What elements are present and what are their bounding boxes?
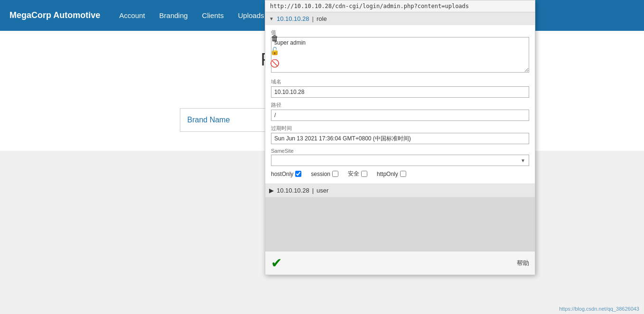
user-separator: | xyxy=(312,187,314,194)
path-field-group: 路径 xyxy=(271,102,529,121)
nav-uploads[interactable]: Uploads xyxy=(238,9,264,22)
popup-bottom-bar: ✔ 帮助 xyxy=(265,251,535,275)
url-bar: http://10.10.10.28/cdn-cgi/login/admin.p… xyxy=(265,0,535,12)
nav-links: Account Branding Clients Uploads xyxy=(119,9,264,22)
role-cookie-header[interactable]: ▼ 10.10.10.28 | role xyxy=(265,12,535,25)
secure-checkbox[interactable] xyxy=(361,171,367,177)
nav-branding[interactable]: Branding xyxy=(159,9,188,22)
secure-item: 安全 xyxy=(348,170,367,178)
role-cookie-row: ▼ 10.10.10.28 | role 值 super admin 域名 xyxy=(265,12,535,184)
user-triangle-icon: ▶ xyxy=(269,187,274,194)
expires-field-group: 过期时间 xyxy=(271,125,529,144)
session-label: session xyxy=(311,171,330,177)
samesite-label: SameSite xyxy=(271,148,529,154)
popup-content[interactable]: ▼ 10.10.10.28 | role 值 super admin 域名 xyxy=(265,12,535,251)
role-triangle-icon: ▼ xyxy=(269,16,274,21)
role-cookie-name: role xyxy=(317,15,327,22)
session-checkbox[interactable] xyxy=(332,171,338,177)
secure-label: 安全 xyxy=(348,170,359,178)
action-icons: 🗑 🔓 🚫 xyxy=(270,33,280,68)
session-item: session xyxy=(311,171,338,177)
path-input[interactable] xyxy=(271,110,529,121)
user-cookie-domain: 10.10.10.28 xyxy=(277,187,309,194)
path-label: 路径 xyxy=(271,102,529,109)
httponly-checkbox[interactable] xyxy=(400,171,406,177)
expires-label: 过期时间 xyxy=(271,125,529,132)
checkboxes-row: hostOnly session 安全 httpOnly xyxy=(271,170,529,178)
domain-field-group: 域名 xyxy=(271,78,529,98)
brand-logo: MegaCorp Automotive xyxy=(9,10,100,20)
role-cookie-detail: 值 super admin 域名 路径 过期时间 xyxy=(265,25,535,184)
httponly-item: httpOnly xyxy=(377,171,406,177)
nav-account[interactable]: Account xyxy=(119,9,145,22)
nav-clients[interactable]: Clients xyxy=(202,9,224,22)
gray-area xyxy=(265,197,535,251)
role-separator: | xyxy=(312,15,314,22)
samesite-field-group: SameSite Strict Lax None xyxy=(271,148,529,166)
value-field-group: 值 super admin xyxy=(271,29,529,74)
help-link[interactable]: 帮助 xyxy=(517,259,529,268)
role-cookie-domain: 10.10.10.28 xyxy=(277,15,309,22)
lock-icon[interactable]: 🔓 xyxy=(270,46,280,56)
user-cookie-row: ▶ 10.10.10.28 | user xyxy=(265,184,535,197)
hostonly-label: hostOnly xyxy=(271,171,293,177)
user-cookie-name: user xyxy=(317,187,328,194)
confirm-check-button[interactable]: ✔ xyxy=(271,255,282,271)
httponly-label: httpOnly xyxy=(377,171,398,177)
value-label: 值 xyxy=(271,29,529,36)
domain-label: 域名 xyxy=(271,78,529,85)
cookie-popup: http://10.10.10.28/cdn-cgi/login/admin.p… xyxy=(265,0,535,275)
delete-icon[interactable]: 🗑 xyxy=(270,33,280,44)
value-textarea[interactable]: super admin xyxy=(271,37,529,73)
block-icon[interactable]: 🚫 xyxy=(270,58,280,68)
expires-input[interactable] xyxy=(271,133,529,144)
watermark: https://blog.csdn.net/qq_38626043 xyxy=(559,306,639,312)
samesite-wrapper: Strict Lax None xyxy=(271,155,529,166)
domain-input[interactable] xyxy=(271,86,529,98)
samesite-select[interactable]: Strict Lax None xyxy=(271,155,529,166)
user-cookie-header[interactable]: ▶ 10.10.10.28 | user xyxy=(265,184,535,197)
hostonly-checkbox[interactable] xyxy=(295,171,301,177)
hostonly-item: hostOnly xyxy=(271,171,301,177)
